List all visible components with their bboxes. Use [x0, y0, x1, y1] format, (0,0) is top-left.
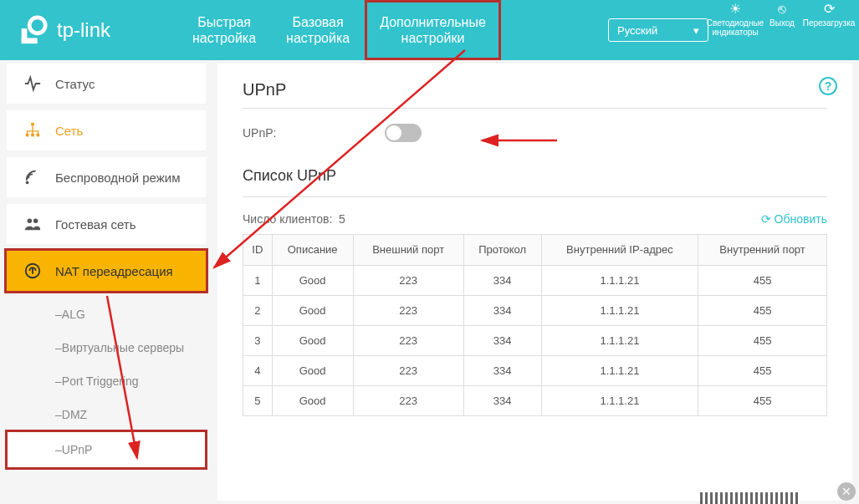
sidebar-item-label: Гостевая сеть — [55, 217, 135, 232]
brand-text: tp-link — [57, 18, 110, 42]
svg-rect-5 — [31, 134, 34, 137]
main-tabs: Быстрая настройка Базовая настройка Допо… — [177, 0, 501, 60]
refresh-button[interactable]: ⟳ Обновить — [761, 212, 827, 226]
wifi-icon — [22, 166, 43, 188]
tab-label: настройки — [401, 30, 465, 46]
nat-icon — [22, 260, 43, 282]
leds-button[interactable]: ☀ Светодиодные индикаторы — [712, 2, 759, 37]
clients-label: Число клиентов: 5 — [243, 212, 345, 226]
lightbulb-icon: ☀ — [729, 2, 741, 17]
upnp-toggle[interactable] — [385, 124, 422, 142]
cell-proto: 334 — [463, 295, 541, 325]
tab-label: настройка — [286, 30, 350, 46]
sub-item-label: ALG — [62, 308, 85, 321]
sub-item-label: Виртуальные серверы — [62, 341, 184, 354]
sidebar-item-wireless[interactable]: Беспроводной режим — [7, 157, 206, 197]
reboot-icon: ⟳ — [824, 2, 835, 17]
logout-button[interactable]: ⎋ Выход — [759, 2, 805, 37]
divider — [243, 196, 827, 197]
sub-item-port-triggering[interactable]: – Port Triggering — [7, 364, 206, 398]
cell-ext_port: 223 — [353, 325, 463, 355]
cell-id: 1 — [243, 265, 273, 295]
table-row: 1Good2233341.1.1.21455 — [243, 265, 827, 295]
network-icon — [22, 120, 43, 141]
sub-item-dmz[interactable]: – DMZ — [7, 398, 206, 431]
svg-point-9 — [33, 219, 38, 224]
refresh-icon: ⟳ — [761, 212, 771, 226]
cell-ext_port: 223 — [353, 355, 463, 385]
col-proto: Протокол — [463, 235, 541, 266]
table-row: 2Good2233341.1.1.21455 — [243, 295, 827, 325]
svg-rect-6 — [37, 134, 40, 137]
col-id: ID — [243, 235, 273, 266]
reboot-label: Перезагрузка — [803, 18, 856, 28]
cell-desc: Good — [272, 355, 353, 385]
col-desc: Описание — [272, 235, 353, 266]
svg-point-7 — [26, 181, 29, 185]
activity-icon — [22, 73, 43, 94]
sidebar-item-guest[interactable]: Гостевая сеть — [7, 204, 206, 244]
toggle-knob — [386, 125, 401, 140]
refresh-label: Обновить — [775, 212, 827, 226]
cell-int_ip: 1.1.1.21 — [541, 265, 698, 295]
tab-label: настройка — [192, 30, 256, 46]
language-select[interactable]: Русский ▾ — [608, 18, 708, 42]
chevron-down-icon: ▾ — [693, 24, 699, 37]
brand-logo: tp-link — [17, 14, 110, 46]
cell-int_port: 455 — [698, 355, 827, 385]
sidebar-item-nat[interactable]: NAT переадресация — [7, 251, 206, 291]
cell-desc: Good — [272, 295, 353, 325]
sidebar-item-status[interactable]: Статус — [7, 64, 206, 104]
section-title-upnp: UPnP — [243, 80, 827, 99]
tab-label: Базовая — [293, 14, 344, 30]
nat-sub-menu: – ALG – Виртуальные серверы – Port Trigg… — [7, 298, 206, 468]
cell-desc: Good — [272, 265, 353, 295]
table-row: 4Good2233341.1.1.21455 — [243, 355, 827, 385]
cell-int_port: 455 — [698, 385, 827, 415]
logout-icon: ⎋ — [778, 2, 786, 17]
svg-point-0 — [29, 18, 45, 33]
cell-ext_port: 223 — [353, 295, 463, 325]
sub-item-virtual-servers[interactable]: – Виртуальные серверы — [7, 331, 206, 364]
language-value: Русский — [617, 24, 657, 37]
col-int-ip: Внутренний IP-адрес — [541, 235, 698, 266]
cell-proto: 334 — [463, 355, 541, 385]
cell-int_port: 455 — [698, 265, 827, 295]
cell-int_port: 455 — [698, 325, 827, 355]
tab-advanced[interactable]: Дополнительные настройки — [365, 0, 501, 60]
tab-quick-setup[interactable]: Быстрая настройка — [177, 0, 271, 60]
upnp-table: ID Описание Внешний порт Протокол Внутре… — [243, 234, 827, 416]
reboot-button[interactable]: ⟳ Перезагрузка — [805, 2, 852, 37]
list-title: Список UPnP — [243, 167, 827, 185]
content-panel: ? UPnP UPnP: Список UPnP Число клиентов:… — [217, 64, 852, 501]
tab-label: Дополнительные — [380, 14, 486, 30]
sub-item-label: DMZ — [62, 408, 87, 421]
table-row: 3Good2233341.1.1.21455 — [243, 325, 827, 355]
header-bar: tp-link Быстрая настройка Базовая настро… — [0, 0, 859, 60]
sub-item-upnp[interactable]: – UPnP — [7, 431, 206, 468]
cell-proto: 334 — [463, 385, 541, 415]
tab-label: Быстрая — [197, 14, 251, 30]
sidebar-item-network[interactable]: Сеть — [7, 110, 206, 150]
logout-label: Выход — [770, 18, 795, 28]
table-row: 5Good2233341.1.1.21455 — [243, 385, 827, 415]
table-header-row: ID Описание Внешний порт Протокол Внутре… — [243, 235, 827, 266]
clients-row: Число клиентов: 5 ⟳ Обновить — [243, 212, 827, 226]
cell-desc: Good — [272, 325, 353, 355]
sub-item-label: UPnP — [62, 443, 93, 456]
cell-ext_port: 223 — [353, 385, 463, 415]
sidebar-item-label: Сеть — [55, 124, 83, 138]
svg-rect-3 — [31, 123, 34, 126]
close-icon[interactable]: ✕ — [837, 482, 856, 501]
sidebar-item-label: NAT переадресация — [55, 264, 173, 278]
cell-int_port: 455 — [698, 295, 827, 325]
svg-rect-2 — [22, 38, 38, 44]
sub-item-alg[interactable]: – ALG — [7, 298, 206, 331]
cell-id: 5 — [243, 385, 273, 415]
clients-count: 5 — [339, 212, 345, 226]
cell-int_ip: 1.1.1.21 — [541, 325, 698, 355]
col-int-port: Внутренний порт — [698, 235, 827, 266]
help-button[interactable]: ? — [819, 77, 837, 95]
cell-proto: 334 — [463, 325, 541, 355]
tab-basic[interactable]: Базовая настройка — [271, 0, 365, 60]
